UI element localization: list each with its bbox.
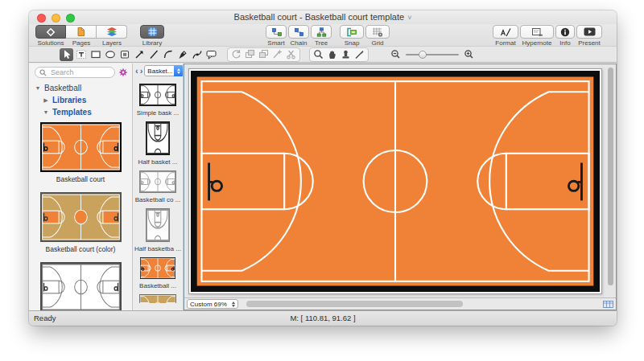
- arc-tool[interactable]: [161, 48, 175, 61]
- present-button[interactable]: [576, 25, 602, 39]
- callout-tool[interactable]: [204, 48, 218, 61]
- tree-label-libraries: Libraries: [52, 96, 86, 105]
- smart-button[interactable]: [266, 25, 287, 39]
- chain-button[interactable]: [288, 25, 309, 39]
- line-tool[interactable]: [147, 48, 160, 61]
- zoom-level-select[interactable]: Custom 69%: [187, 299, 238, 309]
- arc-icon: [163, 49, 174, 59]
- titlebar: Basketball court - Basketball court temp…: [29, 10, 617, 24]
- format-button[interactable]: [493, 25, 518, 39]
- info-icon: [560, 27, 570, 37]
- zoom-out-icon[interactable]: [390, 49, 401, 59]
- ellipse-icon: [105, 49, 116, 59]
- library-forward-icon[interactable]: ›: [140, 67, 143, 75]
- library-button[interactable]: [140, 25, 164, 39]
- app-window: Basketball court - Basketball court temp…: [29, 10, 617, 326]
- template-caption: Basketball court (color): [46, 245, 116, 253]
- rectangle-tool[interactable]: [89, 48, 102, 61]
- text-tool[interactable]: [74, 48, 88, 61]
- document-actions-group: Format Hypernote Info Present: [493, 25, 602, 47]
- shape-basketball-court-orange[interactable]: Basketball ...: [139, 257, 176, 289]
- arrow-tool[interactable]: [132, 48, 146, 61]
- template-basketball-court[interactable]: [40, 122, 122, 172]
- hypernote-button[interactable]: [520, 25, 554, 39]
- solutions-button[interactable]: [35, 25, 66, 39]
- bring-forward-tool: [243, 48, 257, 61]
- close-button[interactable]: [37, 14, 46, 23]
- pen-tool[interactable]: [175, 48, 189, 61]
- template-basketball-court-color[interactable]: [40, 192, 122, 242]
- stamp-tool[interactable]: [339, 48, 353, 61]
- tree-item-templates[interactable]: ▼ Templates: [35, 106, 132, 118]
- zoom-slider-knob[interactable]: [419, 51, 427, 59]
- shape-basketball-court[interactable]: Basketball co ...: [135, 170, 180, 203]
- grid-icon: [372, 27, 383, 37]
- present-label: Present: [578, 39, 601, 47]
- disclosure-down-icon[interactable]: ▼: [43, 109, 49, 115]
- send-backward-icon: [258, 49, 269, 59]
- title-menu-chevron[interactable]: ˅: [407, 14, 411, 22]
- tree-label: Tree: [315, 39, 328, 47]
- zoom-button[interactable]: [66, 14, 75, 23]
- snap-button[interactable]: [340, 25, 364, 39]
- window-title: Basketball court - Basketball court temp…: [234, 12, 405, 22]
- snap-grid-group: Snap Grid: [340, 25, 390, 47]
- ellipse-tool[interactable]: [103, 48, 117, 61]
- cut-tool: [284, 48, 298, 61]
- basketball-court-drawing[interactable]: [191, 71, 600, 292]
- horizontal-scrollbar[interactable]: [243, 301, 598, 308]
- library-label: Library: [142, 39, 162, 47]
- tree-label-basketball: Basketball: [44, 84, 81, 92]
- vertical-scrollbar-thumb[interactable]: [608, 68, 613, 285]
- shape-half-basketball-court[interactable]: Half basket ...: [138, 121, 178, 166]
- magnifier-icon: [313, 49, 324, 59]
- solutions-label: Solutions: [38, 39, 64, 47]
- disclosure-right-icon[interactable]: ▶: [43, 97, 49, 104]
- rectangle-icon: [90, 49, 101, 59]
- library-selector[interactable]: Basket...: [144, 65, 184, 76]
- search-field[interactable]: [35, 67, 115, 78]
- template-caption: Basketball court: [56, 175, 105, 183]
- layers-label: Layers: [102, 39, 122, 47]
- minimize-button[interactable]: [52, 14, 60, 23]
- search-input[interactable]: [49, 68, 110, 77]
- eyedropper-tool[interactable]: [353, 48, 366, 61]
- zoom-tool[interactable]: [312, 48, 325, 61]
- tree-item-libraries[interactable]: ▶ Libraries: [35, 94, 132, 106]
- pages-button[interactable]: [66, 25, 97, 39]
- shape-half-basketball-court-2[interactable]: Half basketba ...: [134, 208, 181, 252]
- document-page[interactable]: [188, 68, 602, 294]
- eyedropper-icon: [354, 49, 365, 59]
- info-button[interactable]: [555, 25, 575, 39]
- library-back-icon[interactable]: ‹: [135, 67, 138, 75]
- grid-button[interactable]: [365, 25, 390, 39]
- zoom-in-icon[interactable]: [464, 49, 474, 59]
- template-basketball-court-dimensions[interactable]: [40, 262, 122, 310]
- horizontal-scrollbar-thumb[interactable]: [246, 301, 463, 307]
- library-selector-value: Basket...: [147, 68, 172, 75]
- tree-item-basketball[interactable]: ▼ Basketball: [35, 82, 132, 94]
- select-tool[interactable]: [60, 48, 73, 61]
- spline-tool[interactable]: [190, 48, 204, 61]
- disclosure-down-icon[interactable]: ▼: [35, 85, 41, 91]
- solution-park-icon[interactable]: [118, 68, 128, 77]
- shape-basketball-court-tan-partial[interactable]: [139, 294, 176, 303]
- shape-simple-basketball-court[interactable]: Simple bask ...: [137, 84, 179, 117]
- hypernote-icon: [531, 27, 543, 37]
- library-panel: ‹ › Basket... Simple bask ...: [133, 64, 184, 310]
- vertical-scrollbar[interactable]: [607, 68, 614, 292]
- pan-tool[interactable]: [325, 48, 339, 61]
- library-shape-list: Simple bask ... Half basket ...: [133, 78, 183, 308]
- layers-button[interactable]: [97, 25, 127, 39]
- rounded-rectangle-tool[interactable]: [118, 48, 131, 61]
- search-icon: [39, 69, 47, 76]
- spline-icon: [192, 49, 203, 59]
- format-label: Format: [495, 39, 515, 47]
- drawing-toolbar: [29, 46, 617, 63]
- tree-button[interactable]: [311, 25, 332, 39]
- zoom-slider[interactable]: [406, 51, 459, 59]
- hypernote-label: Hypernote: [522, 39, 552, 47]
- traffic-lights: [37, 14, 75, 23]
- page-tabs-icon[interactable]: [603, 301, 613, 308]
- edit-points-icon: [272, 49, 283, 59]
